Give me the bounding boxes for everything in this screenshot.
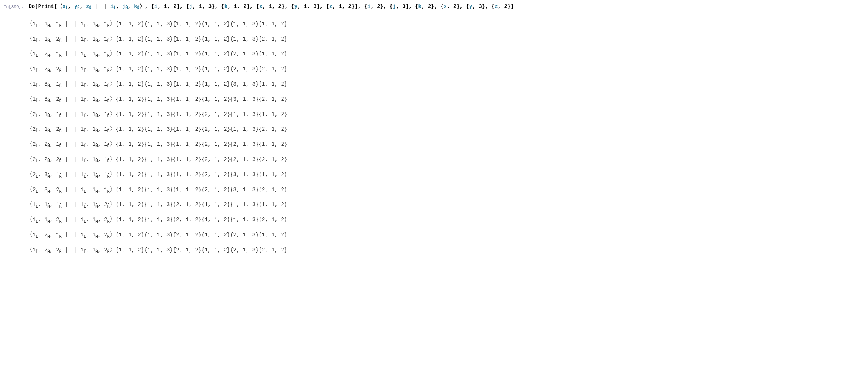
do-range: {i, 2} — [364, 3, 383, 9]
output-row: 〈1L̂, 2M̂, 1R̂ | | 1L̂, 1M̂, 2R̂〉{1, 1, … — [26, 231, 864, 239]
do-range: {j, 3} — [390, 3, 409, 9]
do-keyword: Do — [28, 3, 35, 9]
ket-var-j: jM̂ — [122, 3, 128, 9]
bra-var-y: yM̂ — [74, 3, 79, 9]
output-row: 〈1L̂, 1M̂, 2R̂ | | 1L̂, 1M̂, 2R̂〉{1, 1, … — [26, 216, 864, 224]
do-range: {z, 2} — [492, 3, 510, 9]
input-code: Do[Print[〈xL̂, yM̂, zR̂ | | iL̂, jM̂, kR… — [28, 3, 513, 11]
ket-var-k: kR̂ — [134, 3, 139, 9]
bra-var-z: zR̂ — [86, 3, 91, 9]
output-row: 〈1L̂, 3M̂, 2R̂ | | 1L̂, 1M̂, 1R̂〉{1, 1, … — [26, 95, 864, 103]
output-row: 〈1L̂, 1M̂, 1R̂ | | 1L̂, 1M̂, 1R̂〉{1, 1, … — [26, 20, 864, 28]
ket-var-i: iL̂ — [110, 3, 116, 9]
print-range: {z, 1, 2} — [326, 3, 355, 9]
output-row: 〈2L̂, 2M̂, 1R̂ | | 1L̂, 1M̂, 1R̂〉{1, 1, … — [26, 140, 864, 148]
output-row: 〈1L̂, 3M̂, 1R̂ | | 1L̂, 1M̂, 1R̂〉{1, 1, … — [26, 80, 864, 88]
output-row: 〈2L̂, 3M̂, 1R̂ | | 1L̂, 1M̂, 1R̂〉{1, 1, … — [26, 170, 864, 179]
in-label: In[399]:= — [4, 5, 26, 9]
output-row: 〈2L̂, 2M̂, 2R̂ | | 1L̂, 1M̂, 1R̂〉{1, 1, … — [26, 155, 864, 164]
print-keyword: Print — [38, 3, 54, 9]
do-range: {y, 3} — [466, 3, 485, 9]
do-range: {x, 2} — [440, 3, 459, 9]
output-block: 〈1L̂, 1M̂, 1R̂ | | 1L̂, 1M̂, 1R̂〉{1, 1, … — [26, 20, 864, 254]
do-range: {k, 2} — [415, 3, 434, 9]
print-range: {j, 1, 3} — [186, 3, 215, 9]
output-row: 〈1L̂, 2M̂, 1R̂ | | 1L̂, 1M̂, 1R̂〉{1, 1, … — [26, 50, 864, 58]
output-row: 〈1L̂, 2M̂, 2R̂ | | 1L̂, 1M̂, 1R̂〉{1, 1, … — [26, 65, 864, 73]
print-range: {i, 1, 2} — [151, 3, 180, 9]
output-row: 〈2L̂, 1M̂, 1R̂ | | 1L̂, 1M̂, 1R̂〉{1, 1, … — [26, 110, 864, 119]
print-range: {y, 1, 3} — [291, 3, 320, 9]
output-row: 〈1L̂, 1M̂, 1R̂ | | 1L̂, 1M̂, 2R̂〉{1, 1, … — [26, 200, 864, 209]
input-cell[interactable]: In[399]:= Do[Print[〈xL̂, yM̂, zR̂ | | iL… — [4, 3, 864, 11]
output-row: 〈2L̂, 3M̂, 2R̂ | | 1L̂, 1M̂, 1R̂〉{1, 1, … — [26, 186, 864, 194]
output-row: 〈1L̂, 2M̂, 2R̂ | | 1L̂, 1M̂, 2R̂〉{1, 1, … — [26, 246, 864, 254]
bra-var-x: xL̂ — [62, 3, 68, 9]
output-row: 〈2L̂, 1M̂, 2R̂ | | 1L̂, 1M̂, 1R̂〉{1, 1, … — [26, 125, 864, 133]
print-range: {k, 1, 2} — [221, 3, 250, 9]
print-range: {x, 1, 2} — [256, 3, 285, 9]
output-row: 〈1L̂, 1M̂, 2R̂ | | 1L̂, 1M̂, 1R̂〉{1, 1, … — [26, 35, 864, 43]
